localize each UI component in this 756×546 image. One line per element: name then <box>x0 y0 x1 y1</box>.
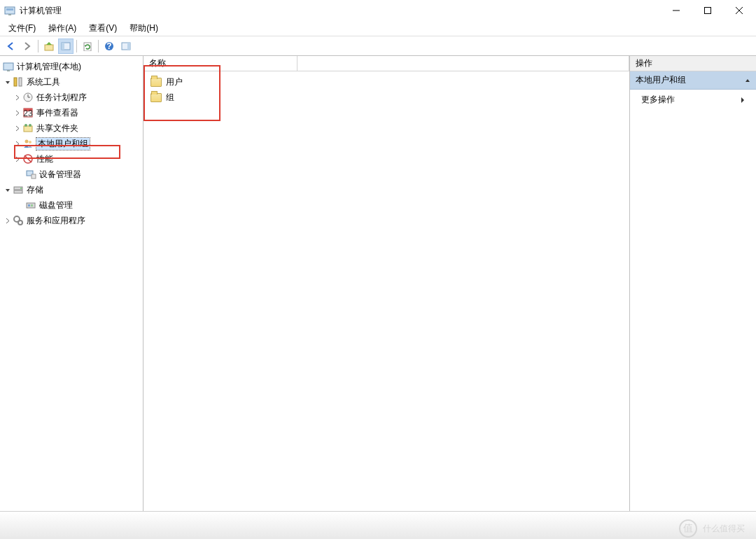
tree-storage[interactable]: 存储 <box>1 182 141 197</box>
svg-rect-15 <box>4 63 13 70</box>
computer-management-icon <box>3 61 14 72</box>
show-hide-action-pane-button[interactable] <box>118 38 134 54</box>
submenu-arrow-icon <box>741 97 745 104</box>
help-button[interactable]: ? <box>102 38 117 54</box>
menu-action[interactable]: 操作(A) <box>43 21 82 36</box>
services-icon <box>13 215 24 226</box>
expand-icon[interactable] <box>13 141 22 147</box>
show-hide-tree-button[interactable] <box>58 38 74 54</box>
svg-rect-14 <box>127 43 130 50</box>
maximize-button[interactable] <box>692 1 723 21</box>
actions-pane-title: 操作 <box>630 56 756 71</box>
menu-file[interactable]: 文件(F) <box>3 21 41 36</box>
device-manager-icon <box>25 169 36 180</box>
tree-label: 任务计划程序 <box>36 92 87 104</box>
tree-label: 设备管理器 <box>39 169 81 181</box>
tree-label: 系统工具 <box>27 76 60 88</box>
separator-icon <box>76 40 77 52</box>
menu-help[interactable]: 帮助(H) <box>124 21 164 36</box>
close-button[interactable] <box>723 1 755 21</box>
shared-folders-icon <box>22 122 34 134</box>
watermark-text: 什么值得买 <box>703 523 745 535</box>
watermark-badge: 值 <box>679 519 697 538</box>
svg-rect-18 <box>19 78 22 86</box>
collapse-icon[interactable] <box>3 79 13 85</box>
tree-performance[interactable]: 性能 <box>1 151 141 167</box>
expand-icon[interactable] <box>3 218 13 224</box>
tree-services-apps[interactable]: 服务和应用程序 <box>1 213 141 228</box>
list-view[interactable]: 名称 用户 组 <box>144 56 629 511</box>
tree-label: 本地用户和组 <box>36 138 90 150</box>
system-tools-icon <box>13 76 24 88</box>
svg-rect-38 <box>28 204 30 206</box>
svg-rect-33 <box>31 174 36 178</box>
tree-disk-management[interactable]: 磁盘管理 <box>1 197 141 213</box>
actions-pane: 操作 本地用户和组 更多操作 <box>630 56 756 511</box>
tree-task-scheduler[interactable]: 任务计划程序 <box>1 90 141 105</box>
svg-text:?: ? <box>106 41 111 51</box>
svg-rect-1 <box>6 8 13 10</box>
svg-point-26 <box>24 124 27 127</box>
svg-rect-17 <box>14 78 17 86</box>
svg-point-27 <box>29 124 31 127</box>
tree-label: 存储 <box>27 184 43 196</box>
list-item-label: 组 <box>166 92 174 104</box>
menu-view[interactable]: 查看(V) <box>83 21 122 36</box>
tree-local-users-groups[interactable]: 本地用户和组 <box>1 136 141 151</box>
svg-point-28 <box>25 140 29 144</box>
back-button[interactable] <box>3 38 18 54</box>
tree-label: 性能 <box>36 153 53 165</box>
svg-rect-25 <box>24 126 32 132</box>
refresh-button[interactable] <box>80 38 95 54</box>
tree-label: 共享文件夹 <box>36 122 78 134</box>
tree-system-tools[interactable]: 系统工具 <box>1 74 141 90</box>
tree-device-manager[interactable]: 设备管理器 <box>1 167 141 182</box>
center-pane: 名称 用户 组 <box>144 56 630 511</box>
app-icon <box>4 5 15 16</box>
tree-label: 磁盘管理 <box>39 200 73 211</box>
actions-item-label: 更多操作 <box>641 94 675 106</box>
separator-icon <box>38 40 38 52</box>
forward-button[interactable] <box>20 38 35 54</box>
storage-icon <box>13 184 24 195</box>
content-area: 计算机管理(本地) 系统工具 任务计划程序 23 事件查看器 共享文件夹 本地用… <box>0 56 756 511</box>
expand-icon[interactable] <box>13 125 22 132</box>
expand-icon[interactable] <box>13 94 22 101</box>
expand-icon[interactable] <box>13 156 22 162</box>
tree-label: 服务和应用程序 <box>27 215 85 227</box>
svg-rect-16 <box>7 70 10 71</box>
window-title: 计算机管理 <box>20 5 62 17</box>
users-groups-icon <box>22 138 34 149</box>
tree-label: 计算机管理(本地) <box>17 61 81 73</box>
actions-more[interactable]: 更多操作 <box>630 90 756 110</box>
tree-view[interactable]: 计算机管理(本地) 系统工具 任务计划程序 23 事件查看器 共享文件夹 本地用… <box>0 56 144 511</box>
tree-event-viewer[interactable]: 23 事件查看器 <box>1 105 141 120</box>
footer-gradient <box>0 511 756 539</box>
svg-rect-4 <box>704 8 710 14</box>
svg-point-36 <box>20 188 22 189</box>
actions-section-header[interactable]: 本地用户和组 <box>630 71 756 90</box>
svg-rect-7 <box>45 45 53 50</box>
svg-rect-35 <box>14 190 22 193</box>
svg-point-41 <box>18 220 22 225</box>
up-button[interactable] <box>41 38 57 54</box>
collapse-icon[interactable] <box>3 187 13 193</box>
minimize-button[interactable] <box>660 1 692 21</box>
list-item-users[interactable]: 用户 <box>148 74 625 90</box>
expand-icon[interactable] <box>13 110 22 116</box>
watermark: 值 什么值得买 <box>679 519 745 538</box>
list-header: 名称 <box>144 56 629 71</box>
column-header-name[interactable]: 名称 <box>144 56 298 71</box>
folder-icon <box>150 78 162 87</box>
performance-icon <box>22 153 34 164</box>
column-header-blank[interactable] <box>298 56 629 71</box>
tree-shared-folders[interactable]: 共享文件夹 <box>1 120 141 136</box>
actions-section-label: 本地用户和组 <box>636 74 686 86</box>
titlebar: 计算机管理 <box>0 0 756 21</box>
svg-text:23: 23 <box>23 108 33 118</box>
collapse-triangle-icon <box>745 78 750 83</box>
menubar: 文件(F) 操作(A) 查看(V) 帮助(H) <box>0 21 756 36</box>
tree-root[interactable]: 计算机管理(本地) <box>1 59 141 74</box>
separator-icon <box>98 40 99 52</box>
list-item-groups[interactable]: 组 <box>148 90 625 105</box>
